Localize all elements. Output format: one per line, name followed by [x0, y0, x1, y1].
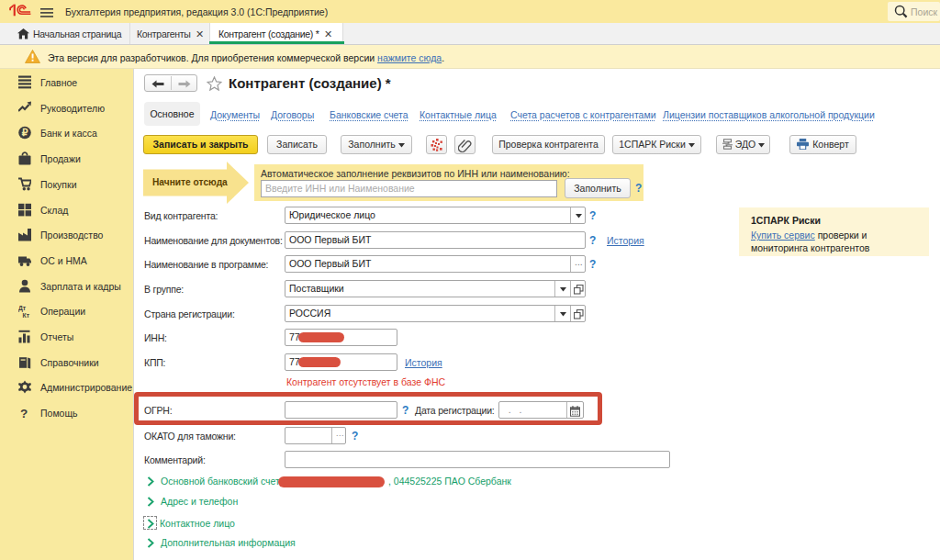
svg-text:Начните отсюда: Начните отсюда — [152, 177, 228, 187]
svg-text:Кт: Кт — [23, 312, 30, 319]
svg-text:₽: ₽ — [22, 127, 28, 138]
svg-text:?: ? — [20, 407, 28, 420]
